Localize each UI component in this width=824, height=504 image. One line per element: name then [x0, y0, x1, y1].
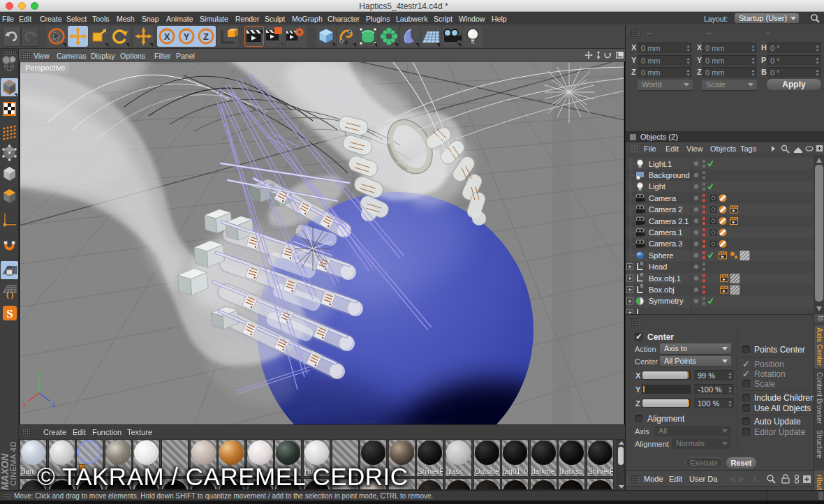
svg-text:Head: Head: [649, 262, 667, 271]
svg-text:Symmetry: Symmetry: [649, 297, 684, 305]
svg-text:View: View: [686, 144, 703, 153]
svg-text:Sphere: Sphere: [649, 251, 673, 260]
svg-text:X: X: [22, 401, 27, 408]
svg-text:Box.obj: Box.obj: [649, 286, 675, 294]
svg-text:Z: Z: [203, 31, 209, 42]
svg-text:Camera.1: Camera.1: [649, 228, 682, 237]
svg-text:Objects: Objects: [710, 144, 737, 153]
svg-text:Tags: Tags: [740, 144, 757, 153]
svg-text:Light: Light: [649, 182, 665, 191]
svg-text:Y: Y: [184, 31, 190, 42]
svg-text:Y: Y: [36, 370, 41, 377]
svg-text:Camera 2: Camera 2: [649, 205, 682, 214]
svg-text:0: 0: [640, 261, 643, 266]
svg-text:Light.1: Light.1: [649, 160, 672, 168]
svg-text:Camera 2.1: Camera 2.1: [649, 217, 689, 225]
svg-text:Objects (2): Objects (2): [640, 133, 678, 141]
svg-text:X: X: [164, 31, 170, 42]
svg-text:0: 0: [640, 272, 643, 277]
svg-text:Camera: Camera: [649, 194, 677, 202]
svg-text:Box.obj.1: Box.obj.1: [649, 274, 681, 283]
svg-text:Z: Z: [52, 401, 56, 408]
svg-text:( ): ( ): [6, 290, 14, 299]
svg-text:Camera.3: Camera.3: [649, 239, 682, 248]
svg-text:File: File: [644, 144, 656, 153]
svg-text:0: 0: [640, 283, 643, 288]
svg-text:Edit: Edit: [665, 144, 679, 153]
svg-text:Background: Background: [649, 171, 690, 179]
svg-text:S: S: [6, 307, 13, 320]
